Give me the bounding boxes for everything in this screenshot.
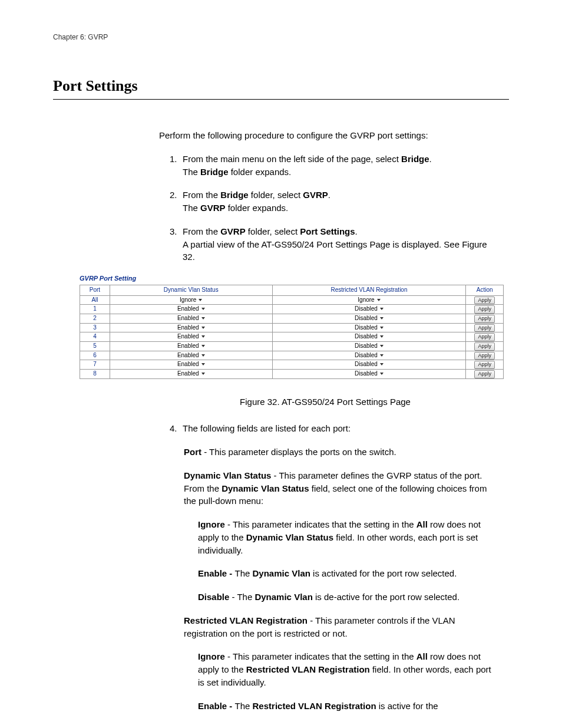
def-rvr-label: Restricted VLAN Registration (184, 615, 308, 625)
dvs-cell: Enabled (110, 323, 272, 332)
rvr-select[interactable]: Disabled (353, 315, 385, 322)
chevron-down-icon (201, 363, 205, 365)
dvs-select-label: Enabled (177, 305, 199, 312)
rvr-select-label: Disabled (355, 361, 378, 368)
col-rvr: Restricted VLAN Registration (272, 285, 466, 296)
port-cell: 5 (80, 341, 110, 351)
dvs-select[interactable]: Enabled (176, 324, 206, 331)
rvr-cell: Disabled (272, 370, 466, 379)
dvs-select[interactable]: Enabled (176, 305, 206, 312)
rvr-select-label: Disabled (355, 324, 378, 331)
figure-table-title: GVRP Port Setting (80, 274, 509, 284)
rvr-cell: Disabled (272, 323, 466, 332)
step-1-line2-a: The (183, 167, 200, 177)
chapter-header: Chapter 6: GVRP (53, 32, 509, 42)
rvr-select[interactable]: Disabled (353, 305, 385, 312)
dvs-select[interactable]: Enabled (176, 342, 206, 350)
chevron-down-icon (201, 335, 205, 338)
step-3-number: 3. (170, 225, 183, 263)
action-cell: Apply (466, 295, 504, 305)
dvs-cell: Enabled (110, 351, 272, 360)
def-dvs-label: Dynamic Vlan Status (184, 470, 271, 480)
chevron-down-icon (201, 345, 205, 347)
table-row: 1EnabledDisabledApply (80, 305, 504, 314)
col-port: Port (80, 285, 110, 296)
apply-button[interactable]: Apply (474, 305, 495, 314)
step-3-l1a: From the (183, 226, 220, 236)
step-1-bridge: Bridge (401, 154, 429, 164)
dvs-select[interactable]: Enabled (176, 361, 206, 368)
step-3-l1c: folder, select (246, 226, 300, 236)
rvr-select[interactable]: Disabled (353, 324, 385, 331)
dvs-select[interactable]: Enabled (176, 370, 206, 377)
dvs-select-label: Enabled (177, 361, 199, 368)
rvr-select[interactable]: Disabled (353, 370, 385, 377)
dvs-disable-label: Disable (198, 592, 229, 602)
table-row: AllIgnoreIgnoreApply (80, 295, 504, 305)
step-3-line2: A partial view of the AT-GS950/24 Port S… (183, 238, 491, 264)
dvs-select[interactable]: Ignore (178, 297, 203, 304)
step-4-text: The following fields are listed for each… (183, 422, 491, 435)
dvs-select[interactable]: Enabled (176, 352, 206, 359)
step-3-ports: Port Settings (300, 226, 355, 236)
rvr-select[interactable]: Disabled (353, 333, 385, 340)
apply-button[interactable]: Apply (474, 333, 495, 341)
dvs-select[interactable]: Enabled (176, 333, 206, 340)
dvs-ignore-b1: All (416, 519, 428, 529)
rvr-cell: Disabled (272, 332, 466, 342)
apply-button[interactable]: Apply (474, 370, 495, 378)
def-port: Port - This parameter displays the ports… (184, 446, 491, 459)
action-cell: Apply (466, 314, 504, 323)
apply-button[interactable]: Apply (474, 324, 495, 332)
chevron-down-icon (201, 373, 205, 375)
dvs-enable-t1: The (235, 568, 253, 578)
col-dvs: Dynamic Vlan Status (110, 285, 272, 296)
table-row: 5EnabledDisabledApply (80, 341, 504, 351)
rvr-ignore-b1: All (416, 651, 428, 661)
step-1-line1-a: From the main menu on the left side of t… (183, 154, 401, 164)
rvr-enable-label: Enable - (198, 701, 235, 711)
rvr-cell: Disabled (272, 314, 466, 323)
step-1-line2-c: folder expands. (229, 167, 292, 177)
def-dvs-enable: Enable - The Dynamic Vlan is activated f… (198, 567, 491, 580)
rvr-select[interactable]: Disabled (353, 342, 385, 350)
step-3-gvrp: GVRP (220, 226, 246, 236)
table-row: 8EnabledDisabledApply (80, 370, 504, 379)
dvs-cell: Enabled (110, 341, 272, 351)
rvr-cell: Disabled (272, 360, 466, 370)
apply-button[interactable]: Apply (474, 342, 495, 351)
rvr-ignore-label: Ignore (198, 651, 225, 661)
rvr-select[interactable]: Disabled (353, 361, 385, 368)
dvs-select-label: Enabled (177, 315, 199, 322)
rvr-enable-b1: Restricted VLAN Registration (253, 701, 376, 711)
rvr-cell: Disabled (272, 341, 466, 351)
rvr-cell: Disabled (272, 351, 466, 360)
port-cell: 2 (80, 314, 110, 323)
dvs-select-label: Enabled (177, 342, 199, 350)
dvs-select[interactable]: Enabled (176, 315, 206, 322)
rvr-enable-t1: The (235, 701, 253, 711)
table-row: 3EnabledDisabledApply (80, 323, 504, 332)
table-row: 6EnabledDisabledApply (80, 351, 504, 360)
apply-button[interactable]: Apply (474, 315, 495, 323)
step-4-number: 4. (170, 422, 183, 435)
dvs-cell: Enabled (110, 314, 272, 323)
apply-button[interactable]: Apply (474, 297, 495, 305)
rvr-select-label: Disabled (355, 352, 378, 359)
apply-button[interactable]: Apply (474, 361, 495, 369)
apply-button[interactable]: Apply (474, 352, 495, 360)
port-cell: 6 (80, 351, 110, 360)
rvr-select-label: Disabled (355, 342, 378, 350)
rvr-select[interactable]: Ignore (356, 297, 381, 304)
dvs-select-label: Enabled (177, 370, 199, 377)
action-cell: Apply (466, 323, 504, 332)
step-2-gvrp2: GVRP (200, 203, 226, 213)
intro-text: Perform the following procedure to confi… (159, 129, 491, 142)
dvs-cell: Enabled (110, 305, 272, 314)
rvr-select[interactable]: Disabled (353, 352, 385, 359)
rvr-ignore-b2: Restricted VLAN Registration (246, 664, 370, 674)
chevron-down-icon (201, 327, 205, 329)
step-2-l1e: . (328, 190, 330, 200)
def-dvs-ignore: Ignore - This parameter indicates that t… (198, 518, 491, 556)
dvs-cell: Enabled (110, 370, 272, 379)
